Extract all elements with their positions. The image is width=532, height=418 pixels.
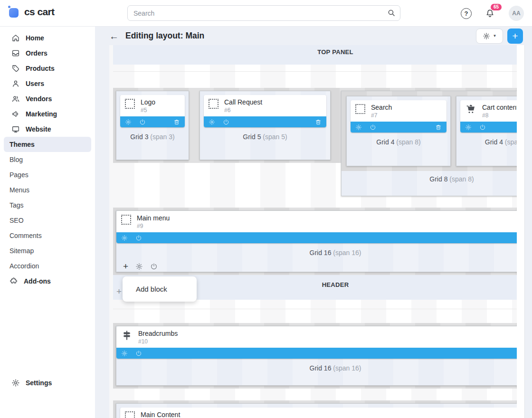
gear-icon bbox=[483, 32, 490, 40]
brand-name: cs cart bbox=[24, 6, 55, 18]
back-arrow-icon[interactable]: ← bbox=[109, 31, 119, 41]
grid-row: Breadcrumbs #10 Grid 16 (span 16) bbox=[113, 323, 517, 389]
grid-cell-label: Grid 4 (span 8) bbox=[351, 138, 446, 146]
block-disable-power-icon[interactable] bbox=[135, 350, 142, 357]
gear-icon bbox=[11, 379, 20, 387]
sidebar-item-products[interactable]: Products bbox=[0, 61, 95, 76]
sidebar-item-users[interactable]: Users bbox=[0, 76, 95, 91]
main-area: ← Editing layout: Main ▼ + TOP PANEL bbox=[95, 27, 532, 418]
signpost-icon bbox=[121, 330, 133, 343]
section-header: HEADER + Add block bbox=[113, 275, 517, 300]
block-main-content[interactable]: Main Content #11 bbox=[120, 408, 517, 418]
grid-cell-controls: + bbox=[123, 262, 517, 271]
grid-cell-label: Grid 3 (span 3) bbox=[120, 133, 185, 141]
block-title: Cart content bbox=[482, 103, 517, 112]
search-icon[interactable] bbox=[387, 9, 396, 17]
block-id: #10 bbox=[138, 338, 178, 345]
cell-disable-power-icon[interactable] bbox=[150, 263, 158, 270]
block-disable-power-icon[interactable] bbox=[223, 119, 229, 125]
section-top-panel: TOP PANEL bbox=[113, 45, 517, 65]
block-cart-content[interactable]: Cart content #8 bbox=[460, 100, 517, 133]
layout-settings-dropdown-button[interactable]: ▼ bbox=[476, 28, 503, 44]
block-disable-power-icon[interactable] bbox=[479, 124, 486, 131]
sidebar-item-tags[interactable]: Tags bbox=[0, 198, 95, 213]
sidebar-item-addons[interactable]: Add-ons bbox=[0, 274, 95, 289]
block-settings-gear-icon[interactable] bbox=[465, 124, 472, 131]
sidebar-item-website[interactable]: Website bbox=[0, 122, 95, 137]
sidebar-item-themes[interactable]: Themes bbox=[4, 137, 91, 152]
sidebar-item-orders[interactable]: Orders bbox=[0, 46, 95, 61]
sidebar-item-vendors[interactable]: Vendors bbox=[0, 91, 95, 106]
divider bbox=[113, 309, 517, 309]
block-delete-trash-icon[interactable] bbox=[435, 124, 442, 131]
block-settings-gear-icon[interactable] bbox=[121, 350, 128, 357]
grid-cell-breadcrumbs: Breadcrumbs #10 Grid 16 (span 16) bbox=[116, 326, 517, 386]
block-id: #6 bbox=[224, 107, 262, 114]
search-input[interactable] bbox=[127, 5, 400, 21]
block-title: Breadcrumbs bbox=[138, 329, 178, 338]
block-disable-power-icon[interactable] bbox=[370, 124, 376, 131]
grid-cell-main-menu: Main menu #9 Grid 16 (span 16) bbox=[116, 210, 517, 272]
grid-cell-search: Search #7 bbox=[346, 96, 451, 166]
global-search bbox=[127, 5, 400, 21]
brand-logo-icon bbox=[9, 6, 20, 18]
block-breadcrumbs[interactable]: Breadcrumbs #10 bbox=[116, 326, 517, 359]
block-delete-trash-icon[interactable] bbox=[315, 119, 322, 125]
grid-row: Main Content #11 bbox=[113, 400, 517, 418]
sidebar-item-blog[interactable]: Blog bbox=[0, 152, 95, 167]
block-title: Call Request bbox=[224, 98, 262, 106]
help-icon[interactable]: ? bbox=[461, 8, 472, 19]
grid-cell-label: Grid 5 (span 5) bbox=[204, 133, 326, 141]
layout-canvas: TOP PANEL Logo #5 bbox=[109, 45, 525, 418]
block-placeholder-icon bbox=[209, 99, 218, 109]
brand-logo[interactable]: cs cart bbox=[9, 6, 55, 18]
sidebar-item-marketing[interactable]: Marketing bbox=[0, 106, 95, 122]
add-button[interactable]: + bbox=[507, 28, 523, 44]
block-id: #9 bbox=[137, 223, 170, 230]
avatar[interactable]: AA bbox=[509, 6, 524, 21]
sidebar: Home Orders Products Users Vendors Marke… bbox=[0, 27, 95, 418]
grid-row: Main menu #9 Grid 16 (span 16) bbox=[113, 208, 517, 275]
block-id: #8 bbox=[482, 112, 517, 119]
sidebar-item-settings[interactable]: Settings bbox=[0, 375, 95, 390]
sidebar-item-sitemap[interactable]: Sitemap bbox=[0, 243, 95, 258]
block-id: #5 bbox=[141, 107, 155, 114]
block-settings-gear-icon[interactable] bbox=[355, 124, 362, 131]
block-placeholder-icon bbox=[355, 104, 365, 114]
sidebar-item-accordion[interactable]: Accordion bbox=[0, 258, 95, 274]
block-settings-gear-icon[interactable] bbox=[121, 235, 128, 241]
add-block-menu-item[interactable]: Add block bbox=[123, 276, 197, 302]
block-search[interactable]: Search #7 bbox=[351, 100, 446, 133]
block-placeholder-icon bbox=[125, 411, 135, 418]
block-disable-power-icon[interactable] bbox=[139, 119, 146, 125]
notifications-bell-icon[interactable]: 65 bbox=[485, 9, 495, 19]
page-header: ← Editing layout: Main ▼ + bbox=[95, 27, 532, 45]
sidebar-item-pages[interactable]: Pages bbox=[0, 167, 95, 182]
users-icon bbox=[11, 79, 20, 88]
home-icon bbox=[11, 34, 20, 42]
page-title: Editing layout: Main bbox=[125, 31, 204, 41]
block-disable-power-icon[interactable] bbox=[135, 235, 142, 241]
block-logo[interactable]: Logo #5 bbox=[120, 95, 185, 127]
products-icon bbox=[11, 64, 20, 73]
block-delete-trash-icon[interactable] bbox=[173, 119, 180, 125]
grid-cell-cart-content: Cart content #8 bbox=[456, 96, 517, 166]
cell-settings-gear-icon[interactable] bbox=[135, 263, 143, 270]
block-settings-gear-icon[interactable] bbox=[209, 119, 215, 125]
notification-count-badge: 65 bbox=[491, 4, 502, 10]
add-block-plus-icon[interactable]: + bbox=[123, 262, 128, 271]
block-call-request[interactable]: Call Request #6 bbox=[204, 95, 326, 127]
block-main-menu[interactable]: Main menu #9 bbox=[116, 211, 517, 243]
block-title: Search bbox=[371, 103, 392, 112]
sidebar-item-menus[interactable]: Menus bbox=[0, 182, 95, 198]
orders-icon bbox=[11, 49, 20, 57]
block-title: Main Content bbox=[141, 410, 180, 418]
grid-cell-label: Grid 8 (span 8) bbox=[342, 175, 517, 183]
block-settings-gear-icon[interactable] bbox=[125, 119, 132, 125]
sidebar-item-seo[interactable]: SEO bbox=[0, 213, 95, 228]
grid-cell-label: Grid 16 (span 16) bbox=[116, 364, 517, 372]
add-block-plus-icon[interactable]: + bbox=[116, 286, 122, 297]
sidebar-item-home[interactable]: Home bbox=[0, 30, 95, 46]
grid-row: Logo #5 Grid 3 (span 3) bbox=[113, 88, 517, 163]
sidebar-item-comments[interactable]: Comments bbox=[0, 228, 95, 243]
